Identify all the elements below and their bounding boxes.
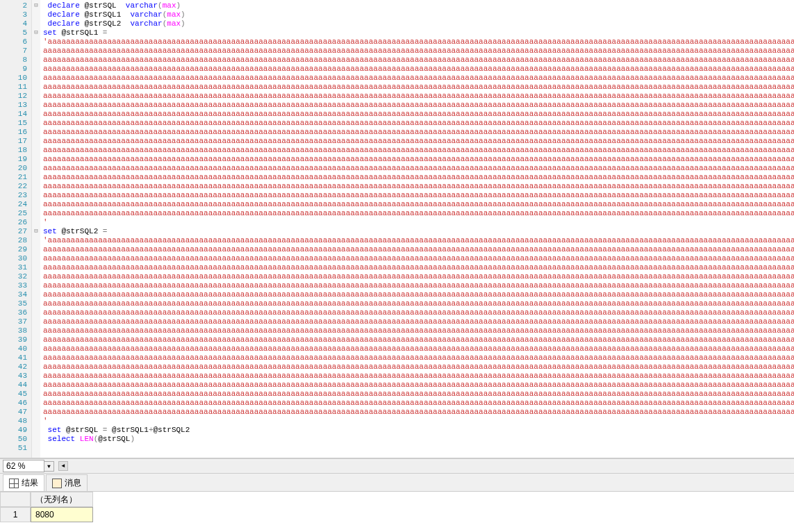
- tab-results-label: 结果: [22, 477, 38, 489]
- code-text-area[interactable]: declare @strSQL varchar(max) declare @st…: [40, 0, 794, 458]
- message-icon: [52, 479, 62, 488]
- zoom-dropdown-button[interactable]: ▼: [44, 461, 54, 472]
- tab-messages-label: 消息: [65, 477, 81, 489]
- horizontal-scrollbar[interactable]: ◄: [58, 461, 791, 471]
- grid-header-row: （无列名）: [0, 492, 794, 507]
- zoom-level-input[interactable]: [3, 460, 44, 472]
- tab-messages[interactable]: 消息: [46, 474, 88, 491]
- line-number-gutter: 2345678910111213141516171819202122232425…: [0, 0, 32, 458]
- code-fold-column[interactable]: ⊟⊟⊟: [32, 0, 40, 458]
- grid-row-header[interactable]: 1: [0, 507, 31, 522]
- grid-data-cell[interactable]: 8080: [31, 507, 93, 522]
- grid-corner-cell[interactable]: [0, 492, 31, 507]
- code-editor[interactable]: 2345678910111213141516171819202122232425…: [0, 0, 794, 458]
- grid-data-row[interactable]: 1 8080: [0, 507, 794, 522]
- results-grid[interactable]: （无列名） 1 8080: [0, 492, 794, 522]
- tab-results[interactable]: 结果: [3, 474, 44, 491]
- scroll-left-button[interactable]: ◄: [58, 461, 68, 471]
- results-tabs-bar: 结果 消息: [0, 474, 794, 492]
- grid-column-header[interactable]: （无列名）: [31, 492, 93, 507]
- grid-icon: [9, 479, 19, 488]
- editor-status-bar: ▼ ◄: [0, 458, 794, 474]
